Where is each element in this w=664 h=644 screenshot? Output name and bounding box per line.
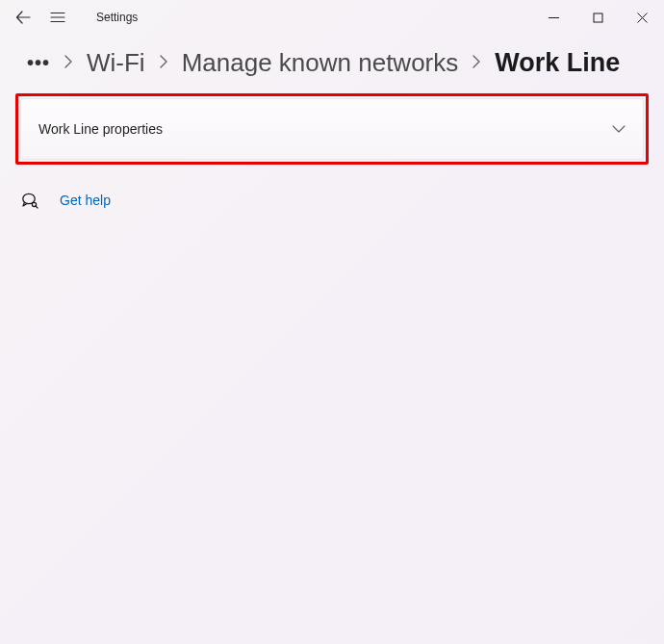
help-icon (21, 192, 38, 209)
properties-expander[interactable]: Work Line properties (20, 98, 644, 160)
titlebar-left: Settings (12, 6, 138, 29)
minimize-button[interactable] (531, 2, 575, 33)
expander-label: Work Line properties (38, 121, 163, 137)
svg-rect-0 (594, 13, 602, 22)
help-row: Get help (0, 165, 664, 209)
back-button[interactable] (12, 6, 35, 29)
window-controls (531, 2, 664, 33)
annotation-highlight: Work Line properties (15, 93, 649, 165)
minimize-icon (549, 13, 559, 23)
breadcrumb-manage-networks[interactable]: Manage known networks (182, 48, 459, 78)
close-icon (637, 13, 648, 23)
titlebar: Settings (0, 0, 664, 35)
chevron-right-icon (472, 55, 481, 72)
hamburger-icon (50, 10, 65, 25)
breadcrumb-overflow[interactable]: ••• (27, 52, 50, 74)
get-help-link[interactable]: Get help (60, 193, 111, 208)
arrow-left-icon (15, 10, 31, 25)
breadcrumb-wifi[interactable]: Wi-Fi (87, 48, 145, 78)
chevron-right-icon (64, 55, 73, 72)
close-button[interactable] (620, 2, 664, 33)
chevron-down-icon (612, 120, 626, 138)
breadcrumb-current: Work Line (495, 48, 620, 78)
menu-button[interactable] (46, 6, 69, 29)
app-title: Settings (96, 11, 138, 24)
chevron-right-icon (159, 55, 168, 72)
breadcrumb: ••• Wi-Fi Manage known networks Work Lin… (0, 35, 664, 91)
maximize-button[interactable] (575, 2, 620, 33)
maximize-icon (593, 13, 603, 23)
